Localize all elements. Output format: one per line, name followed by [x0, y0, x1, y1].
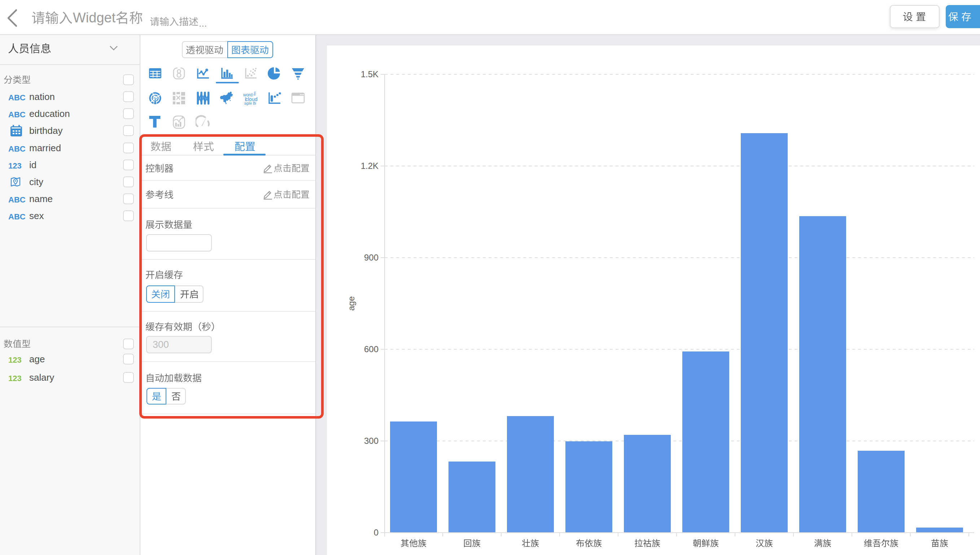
svg-text:big: big	[253, 91, 256, 96]
svg-text:data: data	[244, 97, 247, 101]
svg-text:agile Bi: agile Bi	[244, 101, 256, 105]
